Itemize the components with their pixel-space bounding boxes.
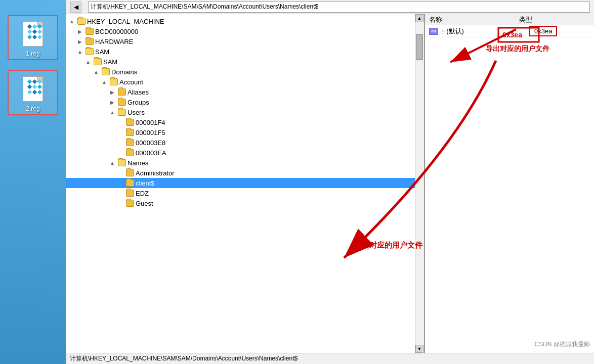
csdn-watermark: CSDN @杭城我最帅 xyxy=(534,340,590,349)
expand-sam-top[interactable]: ▲ xyxy=(76,48,84,56)
reg2-label: 2.reg xyxy=(26,105,39,112)
tree-item-sam-top[interactable]: ▲ SAM xyxy=(66,47,424,57)
tree-label-names: Names xyxy=(128,159,148,167)
address-path: 计算机\HKEY_LOCAL_MACHINE\SAM\SAM\Domains\A… xyxy=(91,3,318,11)
tree-label-sam-top: SAM xyxy=(95,48,109,56)
col-header-type: 类型 xyxy=(519,15,590,24)
reg1-label: 1.reg xyxy=(26,50,39,57)
tree-item-guest[interactable]: Guest xyxy=(66,198,424,208)
tree-item-client[interactable]: client$ xyxy=(66,178,424,188)
folder-guest xyxy=(126,200,134,207)
folder-users xyxy=(118,109,126,116)
annotation-svg xyxy=(425,14,594,353)
back-icon: ◀ xyxy=(70,2,81,13)
tree-item-000001f4[interactable]: 000001F4 xyxy=(66,117,424,127)
tree-item-aliases[interactable]: ▶ Aliases xyxy=(66,87,424,97)
expand-account[interactable]: ▲ xyxy=(100,78,108,86)
tree-label-bcd: BCD00000000 xyxy=(95,28,138,35)
tree-item-hardware[interactable]: ▶ HARDWARE xyxy=(66,36,424,47)
expand-names[interactable]: ▲ xyxy=(108,159,116,167)
col-header-name: 名称 xyxy=(429,15,519,24)
folder-hardware xyxy=(86,38,94,45)
tree-label-000001f5: 000001F5 xyxy=(136,129,165,136)
tree-item-administrator[interactable]: Administrator xyxy=(66,168,424,178)
folder-sam-top xyxy=(86,48,94,55)
folder-administrator xyxy=(126,169,134,176)
folder-bcd xyxy=(86,28,94,35)
scroll-up-btn[interactable]: ▲ xyxy=(415,14,423,22)
statusbar: 计算机\HKEY_LOCAL_MACHINE\SAM\SAM\Domains\A… xyxy=(66,353,594,364)
main-content: ▲ HKEY_LOCAL_MACHINE ▶ BCD00000000 ▶ HA xyxy=(66,14,594,353)
tree-item-edz[interactable]: EDZ xyxy=(66,188,424,198)
desktop-icon-reg2[interactable]: 2.reg xyxy=(8,70,58,115)
tree-label-edz: EDZ xyxy=(136,190,149,197)
tree-label-users: Users xyxy=(128,109,145,116)
folder-account xyxy=(110,78,118,85)
tree-label-administrator: Administrator xyxy=(136,169,175,177)
expand-hardware[interactable]: ▶ xyxy=(76,37,84,46)
tree-item-000003e8[interactable]: 000003E8 xyxy=(66,138,424,148)
address-bar[interactable]: 计算机\HKEY_LOCAL_MACHINE\SAM\SAM\Domains\A… xyxy=(88,2,590,13)
tree-label-000001f4: 000001F4 xyxy=(136,119,165,126)
tree-label-000003ea: 000003EA xyxy=(136,149,166,157)
tree-label-guest: Guest xyxy=(136,200,153,207)
tree-label-aliases: Aliases xyxy=(128,88,149,96)
expand-users[interactable]: ▲ xyxy=(108,108,116,116)
tree-item-users[interactable]: ▲ Users xyxy=(66,107,424,117)
tree-label-client: client$ xyxy=(136,179,155,187)
expand-domains[interactable]: ▲ xyxy=(92,68,100,76)
expand-sam-child[interactable]: ▲ xyxy=(84,58,92,66)
tree-panel[interactable]: ▲ HKEY_LOCAL_MACHINE ▶ BCD00000000 ▶ HA xyxy=(66,14,425,353)
expand-groups[interactable]: ▶ xyxy=(108,98,116,106)
folder-groups xyxy=(118,99,126,106)
tree-label-000003e8: 000003E8 xyxy=(136,139,165,147)
folder-000001f5 xyxy=(126,129,134,136)
expand-hklm[interactable]: ▲ xyxy=(68,17,76,25)
desktop-area: 1.reg 2.reg xyxy=(0,0,66,364)
toolbar: ◀ 计算机\HKEY_LOCAL_MACHINE\SAM\SAM\Domains… xyxy=(66,0,594,14)
tree-label-domains: Domains xyxy=(111,68,137,76)
folder-000003e8 xyxy=(126,139,134,146)
tree-item-000001f5[interactable]: 000001F5 xyxy=(66,127,424,138)
folder-000001f4 xyxy=(126,119,134,126)
toolbar-back-btn[interactable]: ◀ xyxy=(68,2,84,13)
folder-client xyxy=(126,179,134,187)
folder-domains xyxy=(102,68,110,75)
reg1-icon-graphic xyxy=(20,20,46,48)
desktop-icon-reg1[interactable]: 1.reg xyxy=(8,15,58,60)
tree-item-000003ea[interactable]: 000003EA xyxy=(66,148,424,158)
registry-row-default[interactable]: ab ⌂ (默认) 0x3ea xyxy=(425,25,594,37)
folder-aliases xyxy=(118,88,126,96)
tree-content: ▲ HKEY_LOCAL_MACHINE ▶ BCD00000000 ▶ HA xyxy=(66,14,424,210)
right-panel: 名称 类型 ab ⌂ (默认) 0x3ea xyxy=(425,14,594,353)
scroll-down-btn[interactable]: ▼ xyxy=(415,345,423,353)
tree-item-sam-child[interactable]: ▲ SAM xyxy=(66,57,424,67)
tree-item-names[interactable]: ▲ Names xyxy=(66,158,424,168)
tree-label-hklm: HKEY_LOCAL_MACHINE xyxy=(87,18,164,25)
tree-label-groups: Groups xyxy=(128,99,149,106)
regedit-window: ◀ 计算机\HKEY_LOCAL_MACHINE\SAM\SAM\Domains… xyxy=(66,0,594,364)
tree-item-hklm[interactable]: ▲ HKEY_LOCAL_MACHINE xyxy=(66,16,424,26)
expand-aliases[interactable]: ▶ xyxy=(108,88,116,96)
tree-item-account[interactable]: ▲ Account xyxy=(66,77,424,87)
folder-names xyxy=(118,159,126,166)
tree-label-sam-child: SAM xyxy=(103,58,117,66)
column-headers: 名称 类型 xyxy=(425,14,594,25)
tree-label-account: Account xyxy=(119,78,143,86)
reg-value-name: ⌂ (默认) xyxy=(441,27,529,36)
expand-bcd[interactable]: ▶ xyxy=(76,27,84,35)
type-value-badge: 0x3ea xyxy=(529,26,557,36)
tree-item-bcd[interactable]: ▶ BCD00000000 xyxy=(66,26,424,36)
tree-item-groups[interactable]: ▶ Groups xyxy=(66,97,424,107)
tree-scrollbar[interactable]: ▲ ▼ xyxy=(415,14,424,353)
folder-hklm xyxy=(77,18,86,25)
reg-value-icon: ab xyxy=(429,28,438,35)
tree-label-hardware: HARDWARE xyxy=(95,38,133,46)
folder-edz xyxy=(126,190,134,197)
folder-000003ea xyxy=(126,149,134,156)
tree-item-domains[interactable]: ▲ Domains xyxy=(66,67,424,77)
reg-value-type: 0x3ea xyxy=(529,27,590,35)
reg2-icon-graphic xyxy=(20,75,46,103)
scrollbar-thumb[interactable] xyxy=(416,34,423,60)
annotation-text: 导出对应的用户文件 xyxy=(486,44,549,54)
